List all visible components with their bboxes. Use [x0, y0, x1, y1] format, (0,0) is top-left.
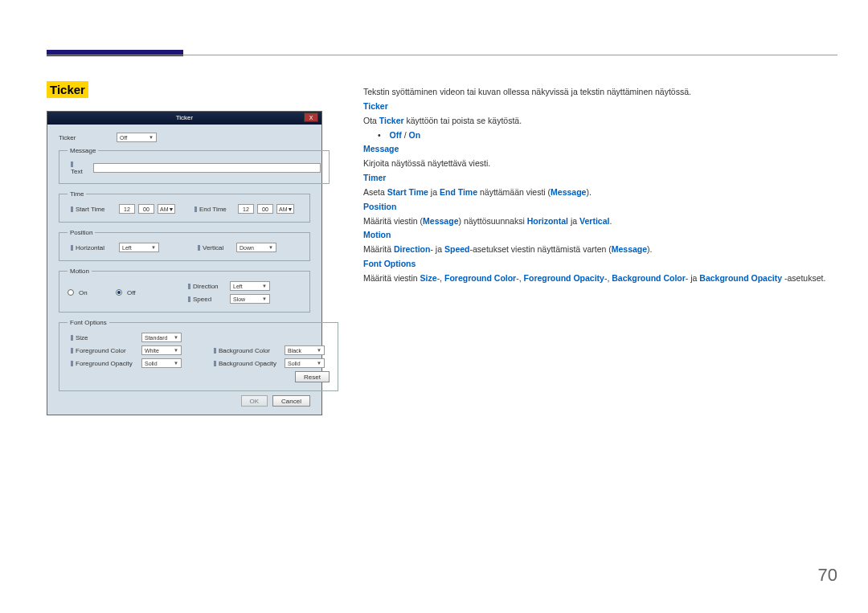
dialog-title: Ticker [176, 114, 193, 121]
reset-button[interactable]: Reset [295, 371, 330, 382]
ok-button[interactable]: OK [241, 395, 268, 407]
motion-subhead: Motion [363, 228, 829, 243]
fgopacity-select[interactable]: Solid▼ [141, 358, 182, 368]
chevron-down-icon: ▼ [174, 348, 178, 353]
bgopacity-select[interactable]: Solid▼ [285, 358, 325, 368]
message-input[interactable] [93, 163, 320, 173]
message-fieldset: Message Text [59, 147, 330, 184]
timer-text: Aseta Start Time ja End Time näyttämään … [363, 186, 829, 200]
motion-fieldset: Motion On Off Direction Left▼ [59, 268, 310, 313]
ticker-select[interactable]: Off ▼ [117, 133, 157, 142]
fontoptions-fieldset: Font Options Size Standard▼ Foreground C… [59, 319, 338, 391]
fontoptions-text: Määritä viestin Size-, Foreground Color-… [363, 272, 829, 286]
fgcolor-select[interactable]: White▼ [141, 345, 182, 355]
ticker-dialog-screenshot: Ticker X Ticker Off ▼ Message Text Time … [47, 111, 322, 415]
ticker-subhead: Ticker [363, 100, 829, 114]
message-text: Kirjoita näytössä näytettävä viesti. [363, 157, 829, 171]
time-legend: Time [68, 190, 86, 198]
bgopacity-label: Background Opacity [214, 360, 285, 367]
chevron-down-icon: ▼ [317, 348, 321, 353]
position-legend: Position [68, 229, 95, 236]
position-text: Määritä viestin (Message) näyttösuunnaks… [363, 215, 829, 229]
text-label: Text [71, 161, 87, 175]
speed-label: Speed [188, 296, 227, 303]
close-icon[interactable]: X [304, 112, 318, 122]
description-column: Tekstin syöttäminen videon tai kuvan oll… [363, 85, 829, 286]
motion-on-label: On [79, 289, 88, 296]
size-select[interactable]: Standard▼ [141, 333, 182, 342]
start-hour-stepper[interactable]: 12 [119, 204, 135, 214]
horizontal-label: Horizontal [71, 244, 116, 251]
timer-subhead: Timer [363, 171, 829, 186]
ticker-label: Ticker [59, 134, 117, 141]
end-time-label: End Time [194, 206, 235, 213]
chevron-down-icon: ▼ [288, 206, 293, 212]
fgopacity-label: Foreground Opacity [71, 360, 141, 367]
motion-legend: Motion [68, 268, 92, 275]
position-subhead: Position [363, 200, 829, 215]
chevron-down-icon: ▼ [268, 245, 273, 250]
start-min-stepper[interactable]: 00 [138, 204, 154, 214]
bgcolor-label: Background Color [214, 347, 285, 354]
position-fieldset: Position Horizontal Left▼ Vertical Down▼ [59, 229, 310, 261]
vertical-select[interactable]: Down▼ [236, 243, 276, 252]
fgcolor-label: Foreground Color [71, 347, 141, 354]
fontoptions-legend: Font Options [68, 319, 109, 326]
chevron-down-icon: ▼ [169, 206, 174, 212]
direction-label: Direction [188, 283, 227, 290]
cancel-button[interactable]: Cancel [272, 395, 310, 407]
intro-text: Tekstin syöttäminen videon tai kuvan oll… [363, 85, 829, 100]
offon-bullet: Off / On [378, 129, 829, 143]
fontoptions-subhead: Font Options [363, 257, 829, 272]
vertical-label: Vertical [198, 244, 233, 251]
horizontal-select[interactable]: Left▼ [119, 243, 159, 252]
page-number: 70 [818, 565, 837, 586]
message-subhead: Message [363, 142, 829, 157]
bgcolor-select[interactable]: Black▼ [285, 345, 325, 355]
motion-off-label: Off [127, 289, 136, 296]
chevron-down-icon: ▼ [262, 296, 267, 301]
top-rule [47, 55, 837, 55]
size-label: Size [71, 334, 141, 341]
section-heading: Ticker [47, 81, 88, 98]
ticker-text: Ota Ticker käyttöön tai poista se käytös… [363, 114, 829, 129]
speed-select[interactable]: Slow▼ [230, 294, 270, 304]
chevron-down-icon: ▼ [174, 361, 178, 366]
motion-off-radio[interactable] [116, 289, 122, 296]
time-fieldset: Time Start Time 12 00 AM▼ End Time 12 00… [59, 190, 310, 223]
chevron-down-icon: ▼ [317, 361, 321, 366]
motion-on-radio[interactable] [68, 289, 74, 296]
chevron-down-icon: ▼ [149, 135, 154, 140]
end-hour-stepper[interactable]: 12 [238, 204, 254, 214]
start-ampm-select[interactable]: AM▼ [158, 204, 175, 214]
chevron-down-icon: ▼ [151, 245, 156, 250]
message-legend: Message [68, 147, 98, 154]
direction-select[interactable]: Left▼ [230, 281, 270, 291]
chevron-down-icon: ▼ [262, 284, 267, 288]
dialog-titlebar: Ticker X [47, 112, 321, 125]
start-time-label: Start Time [71, 206, 116, 213]
motion-text: Määritä Direction- ja Speed-asetukset vi… [363, 243, 829, 257]
chevron-down-icon: ▼ [174, 335, 178, 340]
end-ampm-select[interactable]: AM▼ [276, 204, 294, 214]
end-min-stepper[interactable]: 00 [257, 204, 273, 214]
